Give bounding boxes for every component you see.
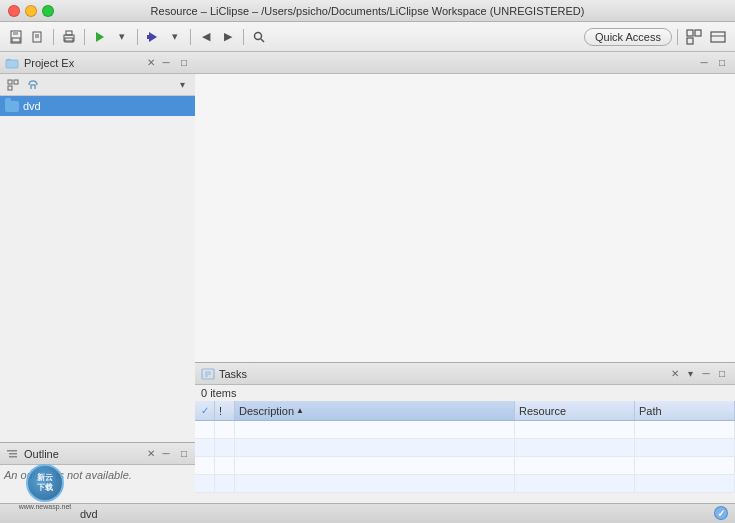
editor-minimize[interactable]: ─ <box>697 56 711 70</box>
svg-rect-21 <box>8 80 12 84</box>
tasks-controls: ▾ ─ □ <box>683 367 729 381</box>
th-path: Path <box>635 401 735 420</box>
svg-line-13 <box>261 39 264 42</box>
td-3-2 <box>215 457 235 474</box>
view-menu-button[interactable]: ▾ <box>173 76 191 94</box>
td-1-1 <box>195 421 215 438</box>
view-button[interactable] <box>707 26 729 48</box>
main-content: Project Ex ✕ ─ □ ▾ <box>0 52 735 523</box>
th-description-label: Description <box>239 405 294 417</box>
svg-rect-25 <box>9 453 17 455</box>
td-4-5 <box>635 475 735 492</box>
project-tree: dvd <box>0 96 195 442</box>
project-explorer-maximize[interactable]: □ <box>177 56 191 70</box>
status-check-icon: ✓ <box>713 505 729 523</box>
tasks-minimize[interactable]: ─ <box>699 367 713 381</box>
new-button[interactable] <box>28 27 48 47</box>
svg-marker-10 <box>149 32 157 42</box>
print-button[interactable] <box>59 27 79 47</box>
project-explorer-minimize[interactable]: ─ <box>159 56 173 70</box>
debug-button[interactable] <box>143 27 163 47</box>
svg-rect-20 <box>6 60 18 68</box>
td-4-1 <box>195 475 215 492</box>
traffic-lights[interactable] <box>8 5 54 17</box>
td-2-1 <box>195 439 215 456</box>
toolbar-separator-6 <box>677 29 678 45</box>
outline-minimize[interactable]: ─ <box>159 447 173 461</box>
editor-area: ─ □ <box>195 52 735 362</box>
svg-rect-1 <box>13 31 18 35</box>
th-priority: ! <box>215 401 235 420</box>
tree-item-dvd[interactable]: dvd <box>0 96 195 116</box>
tasks-header: Tasks ✕ ▾ ─ □ <box>195 363 735 385</box>
project-explorer-header: Project Ex ✕ ─ □ <box>0 52 195 74</box>
check-icon: ✓ <box>199 405 210 417</box>
window-title: Resource – LiClipse – /Users/psicho/Docu… <box>151 5 585 17</box>
outline-message: An outline is not available. <box>4 469 132 481</box>
toolbar-separator-5 <box>243 29 244 45</box>
status-right: ✓ <box>713 505 729 523</box>
save-button[interactable] <box>6 27 26 47</box>
td-1-3 <box>235 421 515 438</box>
toolbar-separator-4 <box>190 29 191 45</box>
svg-rect-26 <box>9 456 17 458</box>
run-button[interactable] <box>90 27 110 47</box>
td-4-4 <box>515 475 635 492</box>
tasks-count: 0 items <box>195 385 735 401</box>
watermark-url: www.newasp.net <box>19 503 72 510</box>
td-4-3 <box>235 475 515 492</box>
maximize-button[interactable] <box>42 5 54 17</box>
td-2-5 <box>635 439 735 456</box>
svg-rect-14 <box>687 30 693 36</box>
svg-marker-9 <box>96 32 104 42</box>
quick-access-button[interactable]: Quick Access <box>584 28 672 46</box>
minimize-button[interactable] <box>25 5 37 17</box>
th-check: ✓ <box>195 401 215 420</box>
th-resource: Resource <box>515 401 635 420</box>
svg-rect-2 <box>12 38 20 42</box>
td-2-4 <box>515 439 635 456</box>
toolbar-separator-3 <box>137 29 138 45</box>
tasks-panel: Tasks ✕ ▾ ─ □ 0 items ✓ ! Description <box>195 363 735 523</box>
editor-maximize[interactable]: □ <box>715 56 729 70</box>
tasks-title: Tasks <box>219 368 667 380</box>
svg-rect-17 <box>711 32 725 42</box>
table-row-4 <box>195 475 735 493</box>
tasks-dropdown[interactable]: ▾ <box>683 367 697 381</box>
run-dropdown[interactable]: ▾ <box>112 27 132 47</box>
td-3-4 <box>515 457 635 474</box>
link-with-editor-button[interactable] <box>24 76 42 94</box>
close-button[interactable] <box>8 5 20 17</box>
debug-dropdown[interactable]: ▾ <box>165 27 185 47</box>
th-description[interactable]: Description ▲ <box>235 401 515 420</box>
toolbar-separator-2 <box>84 29 85 45</box>
project-explorer-icon <box>4 55 20 71</box>
td-2-2 <box>215 439 235 456</box>
outline-header: Outline ✕ ─ □ <box>0 443 195 465</box>
tasks-icon <box>201 367 215 381</box>
tasks-maximize[interactable]: □ <box>715 367 729 381</box>
td-3-3 <box>235 457 515 474</box>
status-text: dvd <box>80 508 709 520</box>
svg-point-12 <box>255 32 262 39</box>
outline-maximize[interactable]: □ <box>177 447 191 461</box>
collapse-all-button[interactable] <box>4 76 22 94</box>
table-header: ✓ ! Description ▲ Resource Path <box>195 401 735 421</box>
svg-rect-15 <box>695 30 701 36</box>
search-button[interactable] <box>249 27 269 47</box>
td-3-5 <box>635 457 735 474</box>
left-panel: Project Ex ✕ ─ □ ▾ <box>0 52 195 523</box>
perspective-button[interactable] <box>683 26 705 48</box>
forward-nav-button[interactable]: ▶ <box>218 27 238 47</box>
status-bar: 新云下载 www.newasp.net dvd ✓ <box>0 503 735 523</box>
outline-close[interactable]: ✕ <box>147 448 155 459</box>
toolbar-separator-1 <box>53 29 54 45</box>
back-nav-button[interactable]: ◀ <box>196 27 216 47</box>
project-explorer-close[interactable]: ✕ <box>147 57 155 68</box>
tasks-close[interactable]: ✕ <box>671 368 679 379</box>
project-explorer-panel: Project Ex ✕ ─ □ ▾ <box>0 52 195 442</box>
project-explorer-title: Project Ex <box>24 57 143 69</box>
title-bar: Resource – LiClipse – /Users/psicho/Docu… <box>0 0 735 22</box>
outline-content: An outline is not available. <box>0 465 195 485</box>
table-row-3 <box>195 457 735 475</box>
